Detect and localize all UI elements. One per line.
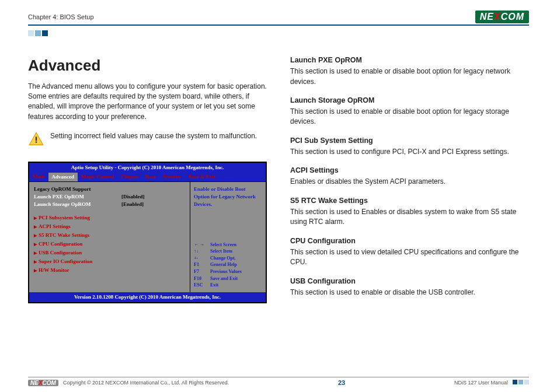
chapter-label: Chapter 4: BIOS Setup (28, 13, 94, 20)
manual-name: NDiS 127 User Manual (454, 380, 508, 386)
bios-help-row: +-Change Opt. (194, 255, 262, 262)
bios-submenu: USB Configuration (34, 249, 185, 257)
svg-rect-0 (36, 137, 37, 141)
bios-tab: Security (159, 173, 185, 181)
bios-tab: Save & Exit (185, 173, 219, 181)
section-heading: CPU Configuration (290, 236, 529, 246)
bios-tab: Main (29, 173, 48, 181)
bios-help-row: ← →Select Screen (194, 242, 262, 249)
page-title: Advanced (28, 55, 267, 77)
section-heading: ACPI Settings (290, 165, 529, 176)
bios-submenu: PCI Subsystem Setting (34, 214, 185, 222)
decor-blocks (28, 28, 529, 38)
section-text: This section is used to Enables or disab… (290, 207, 529, 228)
warning-icon (28, 131, 44, 150)
page-number: 23 (338, 379, 345, 386)
bios-help-row: ESCExit (194, 282, 262, 289)
section-text: This section is used to enable or disabl… (290, 107, 529, 127)
bios-submenu: CPU Configuration (34, 240, 185, 248)
section-text: This section is used to enable or disabl… (290, 288, 529, 298)
bios-help-row: F1General Help (194, 261, 262, 268)
bios-tab: Chipset (117, 173, 142, 181)
section-heading: PCI Sub System Setting (290, 135, 529, 146)
section-heading: Launch PXE OpROM (290, 55, 529, 65)
bios-footer: Version 2.10.1208 Copyright (C) 2010 Ame… (74, 294, 221, 300)
bios-title: Aptio Setup Utility - Copyright (C) 2010… (29, 163, 266, 173)
bios-help-row: ↑↓Select Item (194, 248, 262, 255)
bios-legacy-header: Legacy OpROM Support (34, 186, 185, 193)
warning-text: Setting incorrect field values may cause… (50, 131, 257, 141)
bios-help-row: F10Save and Exit (194, 275, 262, 282)
section-text: Enables or disables the System ACPI para… (290, 177, 529, 187)
footer-blocks (511, 380, 529, 386)
bios-tab: Boot (142, 173, 159, 181)
section-text: This section is used to enable or disabl… (290, 66, 529, 87)
bios-submenu: Super IO Configuration (34, 258, 185, 265)
copyright: Copyright © 2012 NEXCOM International Co… (63, 380, 229, 386)
bios-submenu: ACPI Settings (34, 223, 185, 230)
bios-submenu: S5 RTC Wake Settings (34, 232, 185, 239)
section-text: This section is used to view detailed CP… (290, 247, 529, 268)
section-heading: S5 RTC Wake Settings (290, 195, 529, 206)
bios-help-desc: Enable or Disable Boot Option for Legacy… (194, 186, 262, 208)
nexcom-logo: NEXCOM (475, 10, 529, 23)
bios-option-row: Launch PXE OpROM[Disabled] (34, 193, 185, 201)
bios-option-row: Launch Storage OpROM[Enabled] (34, 201, 185, 208)
section-text: This section is used to configure PCI, P… (290, 147, 529, 157)
bios-submenu: H/W Monitor (34, 267, 185, 274)
section-heading: USB Configuration (290, 276, 529, 286)
bios-screenshot: Aptio Setup Utility - Copyright (C) 2010… (28, 162, 267, 303)
section-heading: Launch Storage OpROM (290, 95, 529, 106)
bios-help-row: F7Previous Values (194, 268, 262, 275)
footer-logo: NEXCOM (28, 380, 58, 386)
bios-tab: Advanced (48, 173, 78, 181)
bios-tab: Magic Control (78, 173, 117, 181)
svg-rect-1 (36, 142, 37, 143)
intro-text: The Advanced menu allows you to configur… (28, 82, 267, 123)
